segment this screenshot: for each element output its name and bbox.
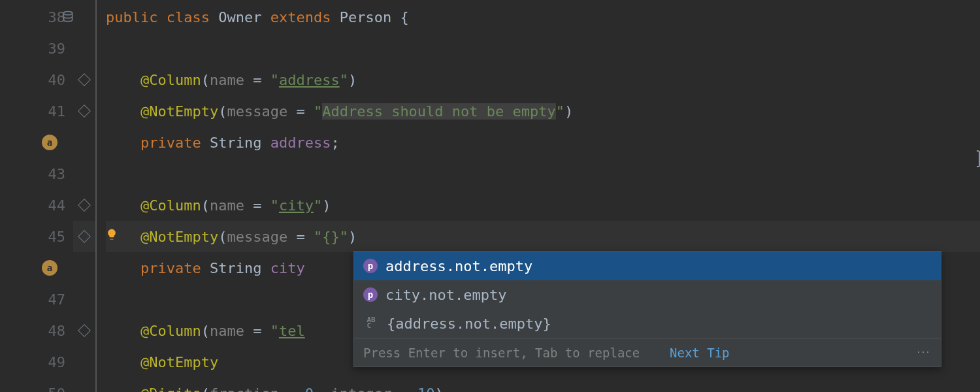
line-number: 49 [48,354,66,370]
line-number: 45 [48,229,66,245]
code-line[interactable]: public class Owner extends Person { [106,1,980,33]
code-line[interactable]: @Column(name = "address") [106,64,980,95]
autocomplete-popup: p address.not.empty p city.not.empty AB … [353,251,941,367]
autocomplete-label: address.not.empty [385,258,532,274]
fold-marker-icon[interactable] [78,73,91,86]
code-line[interactable]: @NotEmpty(message = "Address should not … [106,95,980,127]
line-number: 47 [48,291,66,308]
code-line-active[interactable]: @NotEmpty(message = "{}") [106,221,980,252]
property-icon: p [363,287,378,302]
fold-marker-icon[interactable] [78,230,91,243]
line-number: 41 [48,103,66,120]
line-number: 40 [48,72,66,88]
code-line[interactable]: private String address; [106,127,980,158]
line-number: 39 [48,41,66,57]
more-options-icon[interactable]: ⋮ [916,346,932,359]
autocomplete-hint: Press Enter to insert, Tab to replace [363,346,640,360]
line-number-gutter: 38 39 40 41 42 a 43 44 45 a 47 48 49 50 [0,0,73,392]
intention-bulb-icon[interactable] [105,227,119,242]
svg-point-0 [63,12,72,15]
line-number: 50 [48,385,66,393]
text-icon: AB C [363,316,379,331]
text-caret-icon [976,150,977,167]
autocomplete-item[interactable]: AB C {address.not.empty} [354,309,941,338]
fold-marker-icon[interactable] [78,324,91,337]
fold-gutter [73,0,97,392]
code-line[interactable]: @Digits(fraction = 0, integer = 10) [106,378,980,392]
fold-marker-icon[interactable] [78,199,91,212]
database-icon[interactable] [61,10,74,24]
line-number: 43 [48,166,66,182]
gutter-row[interactable]: a [0,252,73,284]
line-number: 44 [48,197,66,214]
autocomplete-item[interactable]: p address.not.empty [354,252,941,280]
code-line[interactable] [106,158,980,189]
autocomplete-footer: Press Enter to insert, Tab to replace Ne… [354,338,941,367]
fold-marker-icon[interactable] [78,105,91,118]
autocomplete-label: {address.not.empty} [387,316,551,332]
code-line[interactable] [106,33,980,64]
field-badge-icon[interactable]: a [42,135,57,150]
gutter-row[interactable]: 38 [0,1,73,33]
code-line[interactable]: @Column(name = "city") [106,189,980,221]
property-icon: p [363,259,378,273]
autocomplete-item[interactable]: p city.not.empty [354,280,941,309]
gutter-row[interactable]: 42 a [0,127,73,158]
next-tip-link[interactable]: Next Tip [670,346,730,360]
line-number: 48 [48,323,66,339]
field-badge-icon[interactable]: a [42,260,57,276]
autocomplete-label: city.not.empty [385,287,506,303]
